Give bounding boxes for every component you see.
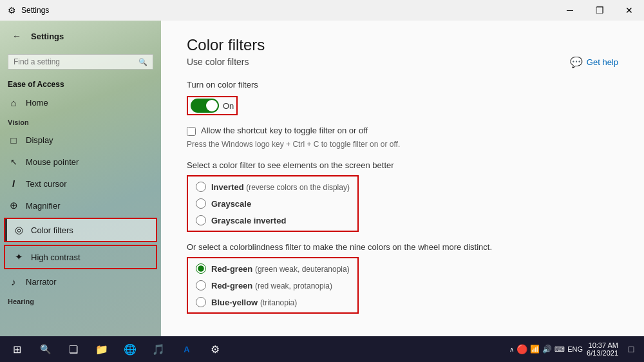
sidebar-item-display-label: Display (26, 135, 53, 145)
titlebar-left: ⚙ Settings (8, 5, 49, 15)
taskbar-left: ⊞ 🔍 ❑ 📁 🌐 🎵 A ⚙ (4, 336, 228, 362)
display-icon: □ (8, 134, 19, 146)
toggle-container: On (187, 96, 238, 115)
music-button[interactable]: 🎵 (146, 336, 171, 362)
color-filters-toggle[interactable] (191, 99, 219, 113)
settings-icon: ⚙ (8, 5, 16, 15)
sidebar-item-home-label: Home (26, 98, 48, 108)
sidebar-item-display[interactable]: □ Display (0, 129, 161, 151)
high-contrast-icon: ✦ (13, 251, 24, 263)
colorblind-filters-box: Red-green (green weak, deuteranopia) Red… (187, 257, 359, 314)
file-explorer-icon: 📁 (95, 343, 108, 356)
search-icon: 🔍 (138, 58, 147, 66)
get-help-icon: 💬 (570, 56, 583, 68)
get-help-label: Get help (587, 57, 618, 67)
radio-inverted-row: Inverted (reverse colors on the display) (196, 182, 350, 192)
back-button[interactable]: ← (8, 27, 26, 45)
keyboard-icon: ⌨ (554, 345, 565, 354)
page-subtitle: Use color filters (187, 57, 618, 67)
start-icon: ⊞ (13, 343, 21, 356)
sidebar-item-magnifier-label: Magnifier (26, 201, 60, 211)
hearing-section-label: Hearing (0, 292, 161, 308)
radio-blue-yellow-label: Blue-yellow (tritanopia) (211, 298, 297, 307)
autocad-button[interactable]: A (174, 336, 200, 362)
music-icon: 🎵 (152, 343, 165, 356)
sidebar-item-narrator[interactable]: ♪ Narrator (0, 271, 161, 292)
radio-red-green-red-row: Red-green (red weak, protanopia) (196, 280, 350, 291)
radio-red-green-weak[interactable] (196, 263, 206, 274)
radio-red-green-weak-row: Red-green (green weak, deuteranopia) (196, 263, 350, 274)
radio-inverted[interactable] (196, 182, 206, 192)
notification-button[interactable]: □ (622, 336, 640, 362)
sidebar-item-high-contrast-box: ✦ High contrast (4, 245, 157, 269)
shortcut-label: Allow the shortcut key to toggle filter … (201, 126, 368, 135)
close-button[interactable]: ✕ (614, 0, 644, 21)
radio-blue-yellow[interactable] (196, 297, 206, 307)
page-title: Color filters (187, 36, 618, 54)
sidebar-header: ← Settings (0, 21, 161, 52)
shortcut-checkbox[interactable] (187, 127, 196, 136)
sidebar-item-color-filters[interactable]: ◎ Color filters (5, 219, 156, 241)
titlebar: ⚙ Settings ─ ❐ ✕ (0, 0, 644, 21)
radio-inverted-label: Inverted (reverse colors on the display) (211, 182, 350, 192)
tray-expand-icon[interactable]: ∧ (509, 346, 514, 353)
taskbar-search-icon: 🔍 (40, 344, 51, 354)
task-view-button[interactable]: ❑ (61, 336, 86, 362)
sidebar-item-text-cursor-label: Text cursor (26, 179, 67, 189)
sidebar-item-color-filters-box: ◎ Color filters (4, 218, 157, 242)
radio-grayscale[interactable] (196, 198, 206, 209)
sidebar-item-magnifier[interactable]: ⊕ Magnifier (0, 195, 161, 216)
search-box[interactable]: 🔍 (8, 54, 153, 70)
narrator-icon: ♪ (8, 276, 19, 287)
taskbar-right: ∧ 🔴 📶 🔊 ⌨ ENG 10:37 AM 6/13/2021 □ (509, 336, 640, 362)
radio-grayscale-label: Grayscale (211, 199, 251, 209)
clock[interactable]: 10:37 AM 6/13/2021 (587, 341, 618, 357)
main-content: 💬 Get help Color filters Use color filte… (161, 21, 644, 336)
radio-grayscale-inverted-row: Grayscale inverted (196, 215, 350, 225)
radio-red-green-red[interactable] (196, 280, 206, 291)
clock-time: 10:37 AM (589, 341, 618, 349)
volume-icon: 🔊 (542, 345, 552, 354)
browser-button[interactable]: 🌐 (117, 336, 143, 362)
select-filter-label: Select a color filter to see elements on… (187, 160, 618, 170)
home-icon: ⌂ (8, 97, 19, 108)
radio-grayscale-inverted-label: Grayscale inverted (211, 216, 286, 225)
sidebar-item-high-contrast[interactable]: ✦ High contrast (5, 246, 156, 268)
search-input[interactable] (14, 57, 135, 66)
sidebar-item-mouse-pointer[interactable]: ↖ Mouse pointer (0, 151, 161, 173)
titlebar-controls: ─ ❐ ✕ (555, 0, 644, 21)
sidebar-item-mouse-label: Mouse pointer (26, 157, 79, 167)
file-explorer-button[interactable]: 📁 (89, 336, 115, 362)
sidebar-item-text-cursor[interactable]: I Text cursor (0, 173, 161, 195)
mouse-pointer-icon: ↖ (8, 156, 19, 167)
shortcut-hint: Press the Windows logo key + Ctrl + C to… (187, 140, 618, 149)
settings-taskbar-icon: ⚙ (211, 343, 220, 356)
sidebar-app-title: Settings (31, 32, 64, 41)
settings-taskbar-button[interactable]: ⚙ (202, 336, 228, 362)
radio-red-green-weak-label: Red-green (green weak, deuteranopia) (211, 264, 350, 274)
text-cursor-icon: I (8, 178, 19, 189)
radio-red-green-red-label: Red-green (red weak, protanopia) (211, 281, 332, 291)
task-view-icon: ❑ (69, 343, 78, 356)
sidebar-item-home[interactable]: ⌂ Home (0, 91, 161, 113)
clock-date: 6/13/2021 (587, 349, 618, 357)
notification-icon: □ (629, 344, 634, 354)
taskbar: ⊞ 🔍 ❑ 📁 🌐 🎵 A ⚙ ∧ 🔴 📶 🔊 ⌨ ENG (0, 336, 644, 362)
get-help-link[interactable]: 💬 Get help (570, 56, 618, 68)
titlebar-title: Settings (21, 6, 49, 15)
ease-of-access-label: Ease of Access (0, 75, 161, 91)
start-button[interactable]: ⊞ (4, 336, 30, 362)
turn-on-label: Turn on color filters (187, 80, 618, 90)
language-label: ENG (567, 345, 583, 353)
network-icon: 📶 (530, 345, 540, 354)
autocad-icon: A (184, 345, 189, 354)
sidebar: ← Settings 🔍 Ease of Access ⌂ Home Visio… (0, 21, 161, 336)
taskbar-search-button[interactable]: 🔍 (32, 336, 58, 362)
radio-grayscale-inverted[interactable] (196, 215, 206, 225)
toggle-state-label: On (223, 101, 234, 111)
tray-red-icon: 🔴 (516, 344, 527, 354)
minimize-button[interactable]: ─ (555, 0, 585, 21)
color-filters-icon: ◎ (13, 224, 24, 236)
system-tray: ∧ 🔴 📶 🔊 ⌨ ENG (509, 344, 583, 354)
restore-button[interactable]: ❐ (585, 0, 614, 21)
